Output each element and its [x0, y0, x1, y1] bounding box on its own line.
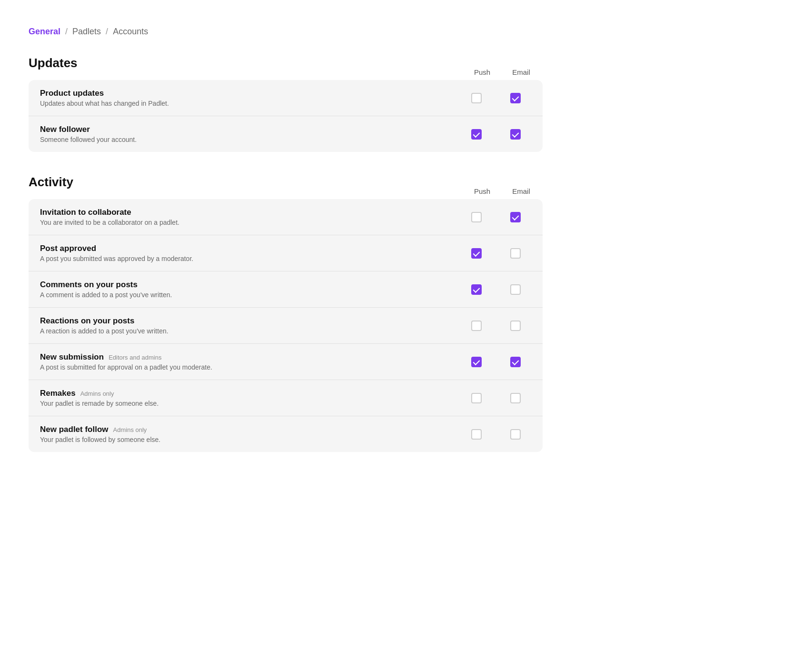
- notification-desc-new-follower: Someone followed your account.: [40, 136, 465, 143]
- notification-title-reactions-on-your-posts: Reactions on your posts: [40, 316, 465, 326]
- checkbox-group-remakes: [465, 393, 531, 403]
- notification-title-text-product-updates: Product updates: [40, 89, 104, 98]
- notification-title-text-new-follower: New follower: [40, 125, 90, 134]
- checkbox-push-reactions-on-your-posts[interactable]: [471, 321, 482, 331]
- notification-info-comments-on-your-posts: Comments on your postsA comment is added…: [40, 280, 465, 299]
- notification-title-remakes: RemakesAdmins only: [40, 389, 465, 398]
- checkbox-email-invitation-to-collaborate[interactable]: [510, 212, 521, 222]
- checkbox-wrapper-email-new-follower: [504, 129, 527, 140]
- checkbox-email-comments-on-your-posts[interactable]: [510, 284, 521, 295]
- checkbox-push-remakes[interactable]: [471, 393, 482, 403]
- checkbox-wrapper-push-new-padlet-follow: [465, 429, 488, 440]
- breadcrumb-padlets[interactable]: Padlets: [72, 27, 101, 37]
- notification-info-new-submission: New submissionEditors and adminsA post i…: [40, 352, 465, 371]
- notification-title-comments-on-your-posts: Comments on your posts: [40, 280, 465, 290]
- notification-title-text-post-approved: Post approved: [40, 244, 96, 253]
- checkbox-email-new-padlet-follow[interactable]: [510, 429, 521, 440]
- notification-info-product-updates: Product updatesUpdates about what has ch…: [40, 89, 465, 107]
- checkbox-wrapper-push-new-submission: [465, 357, 488, 367]
- breadcrumb-sep-2: /: [106, 27, 108, 37]
- section-title-activity: Activity: [29, 175, 470, 190]
- notification-title-text-new-submission: New submission: [40, 352, 104, 362]
- checkbox-group-new-padlet-follow: [465, 429, 531, 440]
- checkbox-wrapper-email-new-padlet-follow: [504, 429, 527, 440]
- checkbox-push-comments-on-your-posts[interactable]: [471, 284, 482, 295]
- notification-title-invitation-to-collaborate: Invitation to collaborate: [40, 208, 465, 217]
- checkbox-email-product-updates[interactable]: [510, 93, 521, 103]
- notification-row-new-padlet-follow: New padlet followAdmins onlyYour padlet …: [29, 416, 543, 452]
- checkbox-group-new-follower: [465, 129, 531, 140]
- notification-info-invitation-to-collaborate: Invitation to collaborateYou are invited…: [40, 208, 465, 226]
- checkbox-wrapper-push-invitation-to-collaborate: [465, 212, 488, 222]
- notification-desc-new-submission: A post is submitted for approval on a pa…: [40, 363, 465, 371]
- checkbox-email-remakes[interactable]: [510, 393, 521, 403]
- breadcrumb-general[interactable]: General: [29, 27, 60, 37]
- notification-badge-new-submission: Editors and admins: [109, 354, 161, 361]
- checkbox-email-new-submission[interactable]: [510, 357, 521, 367]
- section-updates: UpdatesPushEmailProduct updatesUpdates a…: [29, 56, 543, 152]
- notification-title-product-updates: Product updates: [40, 89, 465, 98]
- checkbox-email-post-approved[interactable]: [510, 248, 521, 259]
- checkbox-wrapper-push-comments-on-your-posts: [465, 284, 488, 295]
- checkbox-email-reactions-on-your-posts[interactable]: [510, 321, 521, 331]
- notification-info-new-follower: New followerSomeone followed your accoun…: [40, 125, 465, 143]
- notification-title-text-comments-on-your-posts: Comments on your posts: [40, 280, 138, 290]
- col-label-email: Email: [509, 68, 533, 76]
- checkbox-wrapper-email-invitation-to-collaborate: [504, 212, 527, 222]
- breadcrumb-sep-1: /: [65, 27, 68, 37]
- notification-title-new-padlet-follow: New padlet followAdmins only: [40, 425, 465, 434]
- notification-row-product-updates: Product updatesUpdates about what has ch…: [29, 80, 543, 116]
- checkbox-push-new-follower[interactable]: [471, 129, 482, 140]
- card-activity: Invitation to collaborateYou are invited…: [29, 199, 543, 452]
- checkbox-push-new-padlet-follow[interactable]: [471, 429, 482, 440]
- notification-row-invitation-to-collaborate: Invitation to collaborateYou are invited…: [29, 199, 543, 235]
- notification-title-text-reactions-on-your-posts: Reactions on your posts: [40, 316, 134, 326]
- notification-info-new-padlet-follow: New padlet followAdmins onlyYour padlet …: [40, 425, 465, 443]
- checkbox-wrapper-email-post-approved: [504, 248, 527, 259]
- notification-badge-remakes: Admins only: [80, 390, 114, 397]
- notification-desc-new-padlet-follow: Your padlet is followed by someone else.: [40, 436, 465, 443]
- checkbox-group-invitation-to-collaborate: [465, 212, 531, 222]
- checkbox-push-post-approved[interactable]: [471, 248, 482, 259]
- notification-info-remakes: RemakesAdmins onlyYour padlet is remade …: [40, 389, 465, 407]
- notification-desc-invitation-to-collaborate: You are invited to be a collaborator on …: [40, 219, 465, 226]
- notification-row-post-approved: Post approvedA post you submitted was ap…: [29, 235, 543, 271]
- notification-title-text-new-padlet-follow: New padlet follow: [40, 425, 109, 434]
- notification-desc-reactions-on-your-posts: A reaction is added to a post you've wri…: [40, 327, 465, 335]
- checkbox-wrapper-push-new-follower: [465, 129, 488, 140]
- notification-desc-product-updates: Updates about what has changed in Padlet…: [40, 100, 465, 107]
- checkbox-wrapper-push-reactions-on-your-posts: [465, 321, 488, 331]
- checkbox-push-new-submission[interactable]: [471, 357, 482, 367]
- notification-row-new-follower: New followerSomeone followed your accoun…: [29, 116, 543, 152]
- card-updates: Product updatesUpdates about what has ch…: [29, 80, 543, 152]
- breadcrumb: General / Padlets / Accounts: [29, 27, 543, 37]
- breadcrumb-accounts[interactable]: Accounts: [113, 27, 148, 37]
- notification-desc-comments-on-your-posts: A comment is added to a post you've writ…: [40, 291, 465, 299]
- notification-row-comments-on-your-posts: Comments on your postsA comment is added…: [29, 271, 543, 308]
- notification-row-new-submission: New submissionEditors and adminsA post i…: [29, 344, 543, 380]
- checkbox-email-new-follower[interactable]: [510, 129, 521, 140]
- col-label-push: Push: [470, 187, 494, 195]
- checkbox-wrapper-push-post-approved: [465, 248, 488, 259]
- col-label-push: Push: [470, 68, 494, 76]
- notification-info-post-approved: Post approvedA post you submitted was ap…: [40, 244, 465, 262]
- notification-title-text-remakes: Remakes: [40, 389, 76, 398]
- notification-row-remakes: RemakesAdmins onlyYour padlet is remade …: [29, 380, 543, 416]
- notification-badge-new-padlet-follow: Admins only: [113, 426, 147, 433]
- checkbox-group-product-updates: [465, 93, 531, 103]
- notification-title-new-follower: New follower: [40, 125, 465, 134]
- checkbox-group-comments-on-your-posts: [465, 284, 531, 295]
- checkbox-group-reactions-on-your-posts: [465, 321, 531, 331]
- checkbox-wrapper-email-remakes: [504, 393, 527, 403]
- checkbox-push-product-updates[interactable]: [471, 93, 482, 103]
- checkbox-group-post-approved: [465, 248, 531, 259]
- checkbox-wrapper-email-product-updates: [504, 93, 527, 103]
- notification-info-reactions-on-your-posts: Reactions on your postsA reaction is add…: [40, 316, 465, 335]
- section-activity: ActivityPushEmailInvitation to collabora…: [29, 175, 543, 452]
- column-headers-updates: PushEmail: [470, 68, 543, 76]
- checkbox-wrapper-push-product-updates: [465, 93, 488, 103]
- checkbox-push-invitation-to-collaborate[interactable]: [471, 212, 482, 222]
- checkbox-wrapper-email-new-submission: [504, 357, 527, 367]
- checkbox-wrapper-email-comments-on-your-posts: [504, 284, 527, 295]
- notification-title-new-submission: New submissionEditors and admins: [40, 352, 465, 362]
